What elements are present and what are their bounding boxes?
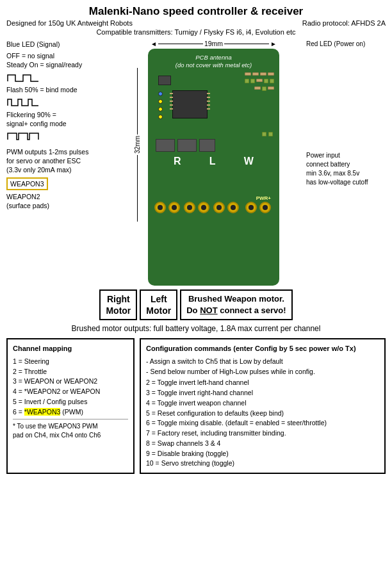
motor-ic-weapon	[199, 139, 215, 152]
left-motor-box: LeftMotor	[140, 289, 177, 320]
brushed-motor-note: Brushed motor outputs: full battery volt…	[6, 324, 386, 333]
ch2: 2 = Throttle	[13, 367, 128, 377]
led-blue-dot	[158, 92, 163, 96]
signal-flicker90: Flickering 90% =signal+ config mode	[6, 110, 125, 128]
connector-group-l	[184, 202, 209, 213]
width-label: 19mm	[204, 40, 223, 47]
header-subtitle-row: Designed for 150g UK Antweight Robots Ra…	[6, 19, 386, 27]
designed-for-label: Designed for 150g UK Antweight Robots	[6, 19, 133, 27]
waveform-flash	[6, 95, 45, 108]
pcb-resistor	[245, 72, 251, 76]
config-commands-box: Configuration commands (enter Config by …	[140, 338, 386, 474]
pcb-resistor	[256, 79, 263, 82]
page-title: Malenki-Nano speed controller & receiver	[6, 5, 386, 18]
led-row	[158, 92, 163, 119]
config-intro2: - Send below number of High-Low pulses w…	[146, 367, 379, 377]
red-led-label: Red LED (Power on)	[306, 40, 365, 47]
l-pin-1	[184, 202, 195, 213]
connector-group-r	[154, 202, 180, 213]
dimension-32mm: 32mm	[134, 68, 141, 222]
signal-states: OFF = no signal Steady On = signal/ready…	[6, 51, 125, 142]
pcb-wrapper: 32mm PCB antenna(do not cover with metal…	[148, 49, 279, 286]
r-pin-2	[168, 202, 180, 213]
main-ic	[172, 90, 208, 118]
dimension-19mm-row: ◄ 19mm ►	[125, 40, 302, 47]
waveform-on	[6, 71, 45, 84]
led-annotation: Blue LED (Signal)	[6, 40, 125, 49]
config-cmd-list: 2 = Toggle invert left-hand channel 3 = …	[146, 378, 379, 469]
pcb-top-components	[153, 72, 274, 136]
pcb-cap	[245, 79, 249, 83]
pcb-antenna-label: PCB antenna(do not cover with metal etc)	[153, 54, 274, 70]
weapon2-label: WEAPON2	[6, 192, 125, 201]
channel-footnote: * To use the WEAPON3 PWMpad on Ch4, mix …	[13, 419, 128, 440]
w-pin-1	[213, 202, 225, 213]
motor-rlw-row: R L W	[153, 156, 274, 167]
pcb-resistor	[254, 86, 261, 90]
weapon-line1: Brushed Weapon motor.	[186, 293, 286, 305]
signal-flash50: Flash 50% = bind mode	[6, 85, 125, 94]
channel-mapping-box: Channel mapping 1 = Steering 2 = Throttl…	[6, 338, 135, 474]
pwr-pin-pos	[259, 202, 271, 213]
pwm-line1: PWM outputs 1-2ms pulses	[6, 147, 125, 156]
motor-w-label: W	[244, 156, 254, 167]
right-annotations: Red LED (Power on) Power inputconnect ba…	[302, 40, 386, 286]
led-yellow-dot-1	[158, 99, 163, 104]
diagram-area: Blue LED (Signal) OFF = no signal Steady…	[6, 40, 386, 286]
cmd-6: 6 = Toggle mixing disable. (default = en…	[146, 418, 379, 428]
weapon-motor-box: Brushed Weapon motor. Do NOT connect a s…	[180, 289, 292, 320]
ch3: 3 = WEAPON or WEAPON2	[13, 377, 128, 387]
weapon-line2: Do NOT connect a servo!	[186, 305, 286, 316]
cmd-3: 3 = Toggle invert right-hand channel	[146, 388, 379, 398]
red-led-note: Red LED (Power on)	[306, 40, 386, 49]
compatible-transmitters: Compatible transmitters: Turnigy / Flysk…	[6, 28, 386, 36]
pcb-cap	[270, 79, 274, 83]
motor-l-label: L	[209, 156, 216, 167]
pcb-bottom-connectors: PWR+	[153, 195, 274, 213]
motor-ic-left	[156, 139, 175, 152]
radio-protocol-label: Radio protocol: AFHDS 2A	[302, 19, 386, 27]
bottom-section: Channel mapping 1 = Steering 2 = Throttl…	[6, 338, 386, 474]
channel-footnote-text: * To use the WEAPON3 PWMpad on Ch4, mix …	[13, 422, 128, 440]
pcb-cap	[268, 132, 273, 136]
w-pin-2	[227, 202, 239, 213]
weapon2-sub-label: (surface pads)	[6, 201, 125, 210]
cmd-2: 2 = Toggle invert left-hand channel	[146, 378, 379, 388]
pcb-board: PCB antenna(do not cover with metal etc)	[148, 49, 279, 286]
pcb-middle: R L W	[153, 139, 274, 190]
pcb-area: ◄ 19mm ► 32mm PCB antenn	[125, 40, 302, 286]
l-pin-2	[198, 202, 209, 213]
weapon3-label: WEAPON3	[6, 177, 48, 190]
power-input-note: Power inputconnect batterymin 3.6v, max …	[306, 151, 386, 187]
signal-steady: Steady On = signal/ready	[6, 60, 125, 69]
weapon3-label-box: WEAPON3	[6, 177, 125, 190]
led-yellow-dot-3	[158, 115, 163, 119]
pwm-line2: for servo or another ESC	[6, 156, 125, 165]
led-yellow-dot-2	[158, 107, 163, 111]
cmd-8: 8 = Swap channels 3 & 4	[146, 439, 379, 449]
pwr-plus-label: PWR+	[256, 195, 271, 201]
pcb-cap	[264, 79, 268, 83]
cmd-7: 7 = Factory reset, including transmitter…	[146, 428, 379, 439]
pcb-resistor	[268, 72, 274, 76]
ch6-highlight: *WEAPON3	[24, 408, 61, 416]
ch6: 6 = *WEAPON3 (PWM)	[13, 407, 128, 418]
cmd-4: 4 = Toggle invert weapon channel	[146, 398, 379, 409]
waveform-flicker	[6, 129, 45, 142]
channel-mapping-title: Channel mapping	[13, 343, 128, 354]
pcb-cap	[250, 79, 255, 83]
motor-box-row: RightMotor LeftMotor Brushed Weapon moto…	[6, 289, 386, 320]
connector-group-pwr: PWR+	[245, 195, 271, 213]
cmd-10: 10 = Servo stretching (toggle)	[146, 459, 379, 469]
pcb-resistor	[260, 72, 266, 76]
left-annotations: Blue LED (Signal) OFF = no signal Steady…	[6, 40, 125, 286]
pcb-resistor	[252, 72, 259, 76]
pcb-resistor	[268, 86, 274, 90]
signal-off: OFF = no signal	[6, 51, 125, 60]
config-title: Configuration commands (enter Config by …	[146, 343, 379, 354]
pwm-line3: (3.3v only 20mA max)	[6, 165, 125, 174]
small-ic	[158, 76, 171, 85]
motor-r-label: R	[174, 156, 181, 167]
pwm-note-block: PWM outputs 1-2ms pulses for servo or an…	[6, 147, 125, 210]
r-pin-1	[154, 202, 166, 213]
